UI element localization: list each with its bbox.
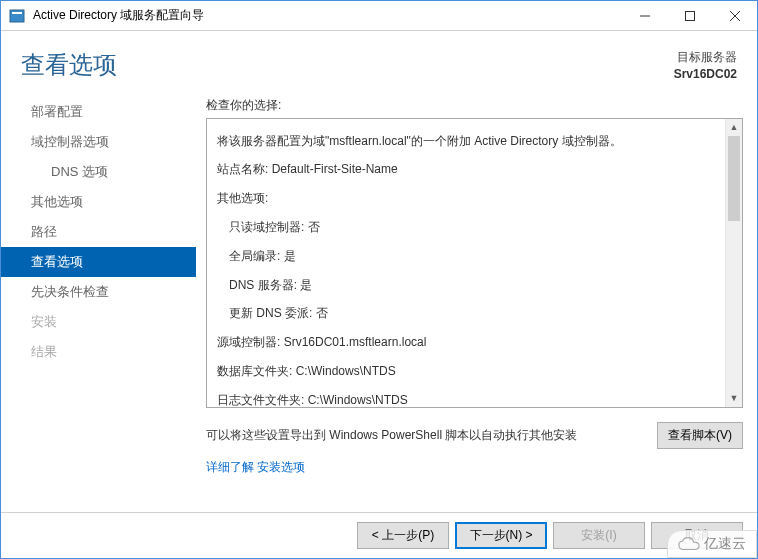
review-textbox[interactable]: 将该服务器配置为域"msftlearn.local"的一个附加 Active D… [206, 118, 743, 408]
review-line: 数据库文件夹: C:\Windows\NTDS [217, 357, 715, 386]
scrollbar[interactable]: ▲ ▼ [725, 119, 742, 407]
sidebar-item-prereq[interactable]: 先决条件检查 [1, 277, 196, 307]
window-controls [622, 1, 757, 30]
main-area: 部署配置 域控制器选项 DNS 选项 其他选项 路径 查看选项 先决条件检查 安… [1, 89, 757, 512]
more-info-link[interactable]: 详细了解 安装选项 [206, 460, 305, 474]
app-icon [9, 8, 25, 24]
export-row: 可以将这些设置导出到 Windows PowerShell 脚本以自动执行其他安… [206, 422, 743, 449]
sidebar-item-install: 安装 [1, 307, 196, 337]
target-server-label: 目标服务器 [674, 49, 737, 66]
review-line: 源域控制器: Srv16DC01.msftlearn.local [217, 328, 715, 357]
review-label: 检查你的选择: [206, 97, 743, 114]
wizard-window: Active Directory 域服务配置向导 查看选项 目标服务器 Srv1… [0, 0, 758, 559]
view-script-button[interactable]: 查看脚本(V) [657, 422, 743, 449]
wizard-footer: < 上一步(P) 下一步(N) > 安装(I) 取消 [1, 512, 757, 558]
watermark-text: 亿速云 [704, 535, 746, 553]
install-button: 安装(I) [553, 522, 645, 549]
sidebar-item-dns-options[interactable]: DNS 选项 [1, 157, 196, 187]
sidebar-item-deployment[interactable]: 部署配置 [1, 97, 196, 127]
header-row: 查看选项 目标服务器 Srv16DC02 [1, 31, 757, 89]
link-row: 详细了解 安装选项 [206, 459, 743, 476]
scroll-up-icon[interactable]: ▲ [726, 119, 742, 136]
watermark: 亿速云 [667, 530, 757, 558]
scroll-thumb[interactable] [728, 136, 740, 221]
review-line: DNS 服务器: 是 [217, 271, 715, 300]
target-server-box: 目标服务器 Srv16DC02 [674, 49, 737, 83]
review-line: 日志文件文件夹: C:\Windows\NTDS [217, 386, 715, 407]
next-button[interactable]: 下一步(N) > [455, 522, 547, 549]
export-description: 可以将这些设置导出到 Windows PowerShell 脚本以自动执行其他安… [206, 427, 657, 444]
review-line: 更新 DNS 委派: 否 [217, 299, 715, 328]
sidebar-item-review[interactable]: 查看选项 [1, 247, 196, 277]
content-pane: 检查你的选择: 将该服务器配置为域"msftlearn.local"的一个附加 … [196, 89, 747, 512]
review-line: 其他选项: [217, 184, 715, 213]
wizard-steps-sidebar: 部署配置 域控制器选项 DNS 选项 其他选项 路径 查看选项 先决条件检查 安… [1, 89, 196, 512]
svg-rect-0 [10, 10, 24, 22]
maximize-icon [685, 11, 695, 21]
review-line: 站点名称: Default-First-Site-Name [217, 155, 715, 184]
review-text: 将该服务器配置为域"msftlearn.local"的一个附加 Active D… [207, 119, 725, 407]
minimize-button[interactable] [622, 1, 667, 30]
page-title: 查看选项 [21, 49, 674, 81]
sidebar-item-additional[interactable]: 其他选项 [1, 187, 196, 217]
review-line: 全局编录: 是 [217, 242, 715, 271]
previous-button[interactable]: < 上一步(P) [357, 522, 449, 549]
maximize-button[interactable] [667, 1, 712, 30]
cloud-icon [678, 536, 700, 552]
target-server-value: Srv16DC02 [674, 66, 737, 83]
scroll-down-icon[interactable]: ▼ [726, 390, 742, 407]
sidebar-item-dc-options[interactable]: 域控制器选项 [1, 127, 196, 157]
sidebar-item-results: 结果 [1, 337, 196, 367]
scroll-track[interactable] [726, 136, 742, 390]
window-title: Active Directory 域服务配置向导 [33, 7, 622, 24]
sidebar-item-paths[interactable]: 路径 [1, 217, 196, 247]
close-icon [730, 11, 740, 21]
title-bar: Active Directory 域服务配置向导 [1, 1, 757, 31]
minimize-icon [640, 11, 650, 21]
close-button[interactable] [712, 1, 757, 30]
review-line: 将该服务器配置为域"msftlearn.local"的一个附加 Active D… [217, 127, 715, 156]
wizard-body: 查看选项 目标服务器 Srv16DC02 部署配置 域控制器选项 DNS 选项 … [1, 31, 757, 558]
svg-rect-3 [685, 11, 694, 20]
review-line: 只读域控制器: 否 [217, 213, 715, 242]
svg-rect-1 [12, 12, 22, 14]
